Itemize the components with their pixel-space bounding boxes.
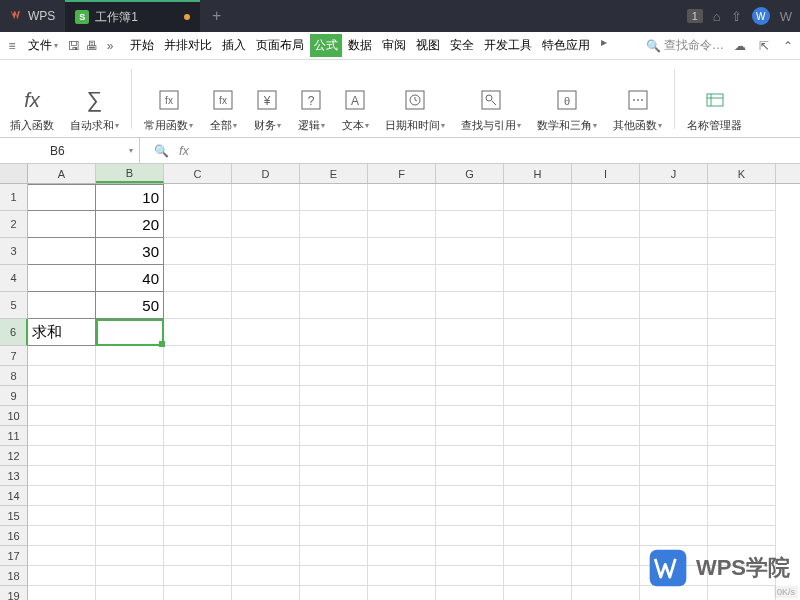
cell-C5[interactable] [164,292,232,319]
cell-H9[interactable] [504,386,572,406]
col-J[interactable]: J [640,164,708,183]
cell-H6[interactable] [504,319,572,346]
cell-D17[interactable] [232,546,300,566]
cell-K7[interactable] [708,346,776,366]
cell-H16[interactable] [504,526,572,546]
cell-D1[interactable] [232,184,300,211]
cell-E16[interactable] [300,526,368,546]
print-icon[interactable]: 🖶 [84,38,100,54]
row-header-5[interactable]: 5 [0,292,28,319]
cell-G9[interactable] [436,386,504,406]
gift-icon[interactable]: ⌂ [713,9,721,24]
other-functions-button[interactable]: ⋯ 其他函数▾ [609,64,666,133]
cell-B17[interactable] [96,546,164,566]
cell-J12[interactable] [640,446,708,466]
cell-E2[interactable] [300,211,368,238]
cell-G18[interactable] [436,566,504,586]
cell-G19[interactable] [436,586,504,600]
cell-B3[interactable]: 30 [96,238,164,265]
tab-formula[interactable]: 公式 [310,34,342,57]
col-I[interactable]: I [572,164,640,183]
row-header-13[interactable]: 13 [0,466,28,486]
cell-A6[interactable]: 求和 [28,319,96,346]
row-header-10[interactable]: 10 [0,406,28,426]
cell-B18[interactable] [96,566,164,586]
cell-I8[interactable] [572,366,640,386]
cell-D3[interactable] [232,238,300,265]
cell-F3[interactable] [368,238,436,265]
cell-E4[interactable] [300,265,368,292]
cell-K3[interactable] [708,238,776,265]
cell-G1[interactable] [436,184,504,211]
cell-D10[interactable] [232,406,300,426]
cell-J7[interactable] [640,346,708,366]
col-C[interactable]: C [164,164,232,183]
tab-review[interactable]: 审阅 [378,34,410,57]
cell-J6[interactable] [640,319,708,346]
cell-K9[interactable] [708,386,776,406]
collapse-icon[interactable]: ⌃ [780,38,796,54]
cell-C2[interactable] [164,211,232,238]
tab-layout[interactable]: 页面布局 [252,34,308,57]
row-header-19[interactable]: 19 [0,586,28,600]
name-manager-button[interactable]: 名称管理器 [683,64,746,133]
row-header-18[interactable]: 18 [0,566,28,586]
cell-A14[interactable] [28,486,96,506]
cell-D8[interactable] [232,366,300,386]
cell-B19[interactable] [96,586,164,600]
cell-A10[interactable] [28,406,96,426]
col-B[interactable]: B [96,164,164,183]
cell-B5[interactable]: 50 [96,292,164,319]
cell-F15[interactable] [368,506,436,526]
cloud-icon[interactable]: ☁ [732,38,748,54]
cell-J2[interactable] [640,211,708,238]
cell-I1[interactable] [572,184,640,211]
cell-J11[interactable] [640,426,708,446]
cell-D13[interactable] [232,466,300,486]
cell-H11[interactable] [504,426,572,446]
col-H[interactable]: H [504,164,572,183]
col-F[interactable]: F [368,164,436,183]
cell-J15[interactable] [640,506,708,526]
cell-E9[interactable] [300,386,368,406]
name-box[interactable]: B6 ▾ [0,138,140,163]
cell-C13[interactable] [164,466,232,486]
datetime-button[interactable]: 日期和时间▾ [381,64,449,133]
cell-F10[interactable] [368,406,436,426]
zoom-icon[interactable]: 🔍 [154,144,169,158]
cell-A8[interactable] [28,366,96,386]
cell-I18[interactable] [572,566,640,586]
col-E[interactable]: E [300,164,368,183]
cell-E12[interactable] [300,446,368,466]
wps-home-tab[interactable]: WPS [0,0,65,32]
cell-G7[interactable] [436,346,504,366]
save-icon[interactable]: 🖫 [66,38,82,54]
row-header-17[interactable]: 17 [0,546,28,566]
cell-B4[interactable]: 40 [96,265,164,292]
row-header-8[interactable]: 8 [0,366,28,386]
financial-button[interactable]: ¥ 财务▾ [249,64,285,133]
cell-I7[interactable] [572,346,640,366]
avatar[interactable]: W [752,7,770,25]
row-header-12[interactable]: 12 [0,446,28,466]
cell-H14[interactable] [504,486,572,506]
cell-J1[interactable] [640,184,708,211]
cell-A11[interactable] [28,426,96,446]
cell-F16[interactable] [368,526,436,546]
cell-A18[interactable] [28,566,96,586]
cell-I15[interactable] [572,506,640,526]
cell-B13[interactable] [96,466,164,486]
cell-D16[interactable] [232,526,300,546]
cell-I3[interactable] [572,238,640,265]
cell-B1[interactable]: 10 [96,184,164,211]
tabs-overflow-icon[interactable]: ▸ [596,34,612,50]
notification-badge[interactable]: 1 [687,9,703,23]
cell-E14[interactable] [300,486,368,506]
cell-C11[interactable] [164,426,232,446]
cell-E7[interactable] [300,346,368,366]
cell-B2[interactable]: 20 [96,211,164,238]
tab-start[interactable]: 开始 [126,34,158,57]
cell-D4[interactable] [232,265,300,292]
cell-C17[interactable] [164,546,232,566]
cell-A17[interactable] [28,546,96,566]
